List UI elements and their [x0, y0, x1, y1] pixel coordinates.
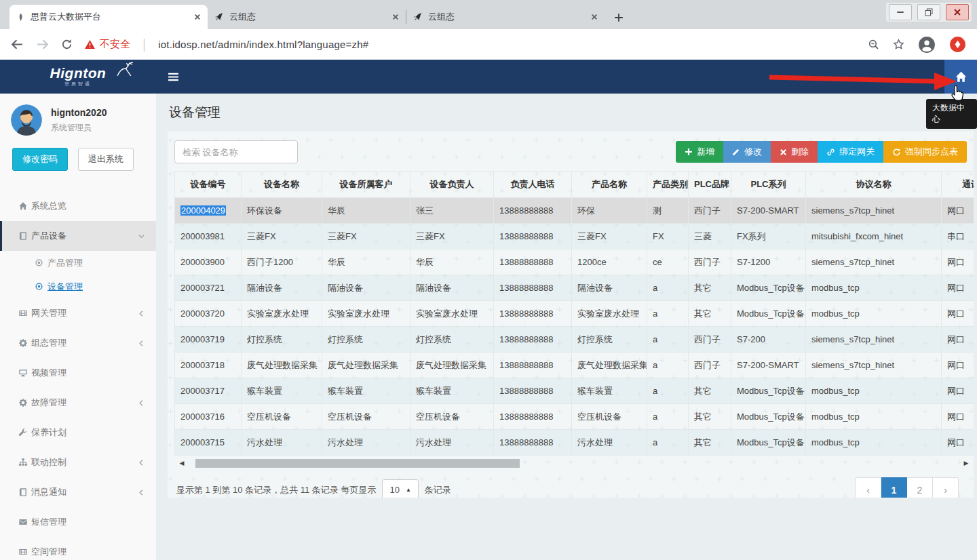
- table-row[interactable]: 200003900西门子1200华辰华辰138888888881200cece西…: [175, 249, 974, 275]
- table-cell[interactable]: mitsubishi_fxcom_hinet: [806, 224, 942, 249]
- logout-button[interactable]: 退出系统: [78, 148, 134, 171]
- table-cell[interactable]: 废气处理数据采集: [410, 353, 494, 378]
- table-row[interactable]: 200003719灯控系统灯控系统灯控系统13888888888灯控系统a西门子…: [175, 327, 974, 353]
- table-cell[interactable]: 猴车装置: [410, 378, 494, 404]
- table-row[interactable]: 200003717猴车装置猴车装置猴车装置13888888888猴车装置a其它M…: [175, 378, 974, 404]
- table-cell[interactable]: 13888888888: [494, 404, 572, 430]
- table-cell[interactable]: 三菱FX: [322, 224, 410, 249]
- table-cell[interactable]: 华辰: [410, 249, 494, 275]
- table-cell[interactable]: 网口: [942, 249, 974, 275]
- table-cell[interactable]: 猴车装置: [242, 378, 322, 404]
- table-cell[interactable]: 华辰: [322, 198, 410, 224]
- table-cell[interactable]: 1200ce: [572, 249, 647, 275]
- table-cell[interactable]: 废气处理数据采集: [242, 353, 322, 378]
- table-cell[interactable]: modbus_tcp: [806, 404, 942, 430]
- minimize-button[interactable]: [889, 4, 912, 20]
- sidebar-item-fault-management[interactable]: 故障管理: [0, 388, 156, 418]
- forward-icon[interactable]: [36, 39, 49, 50]
- table-cell[interactable]: 网口: [942, 275, 974, 301]
- table-row[interactable]: 200003720实验室废水处理实验室废水处理实验室废水处理1388888888…: [175, 301, 974, 327]
- security-chip[interactable]: 不安全: [85, 38, 130, 51]
- table-cell[interactable]: 空压机设备: [572, 404, 647, 430]
- sidebar-item-gateway-management[interactable]: 网关管理: [0, 298, 156, 328]
- table-cell[interactable]: 网口: [942, 301, 974, 327]
- restore-button[interactable]: [917, 4, 940, 20]
- browser-tab[interactable]: 思普云大数据平台: [9, 5, 208, 29]
- sidebar-item-product-device[interactable]: 产品设备: [0, 221, 156, 251]
- delete-button[interactable]: 删除: [771, 141, 818, 163]
- table-cell[interactable]: 实验室废水处理: [242, 301, 322, 327]
- table-cell[interactable]: modbus_tcp: [806, 301, 942, 327]
- table-cell[interactable]: 测: [647, 198, 689, 224]
- page-2-button[interactable]: 2: [907, 477, 933, 498]
- table-cell[interactable]: 13888888888: [494, 353, 572, 378]
- scroll-left-icon[interactable]: ◀: [176, 458, 187, 468]
- table-cell[interactable]: 三菱FX: [410, 224, 494, 249]
- table-cell[interactable]: Modbus_Tcp设备: [731, 301, 806, 327]
- table-cell[interactable]: 200003719: [175, 327, 242, 353]
- tab-close-icon[interactable]: [591, 14, 598, 20]
- add-button[interactable]: 新增: [676, 141, 723, 163]
- browser-menu-icon[interactable]: [949, 36, 966, 53]
- table-row[interactable]: 200003716空压机设备空压机设备空压机设备13888888888空压机设备…: [175, 404, 974, 430]
- table-cell[interactable]: 网口: [942, 404, 974, 430]
- table-row[interactable]: 200003981三菱FX三菱FX三菱FX13888888888三菱FXFX三菱…: [175, 224, 974, 249]
- sidebar-item-maintenance-plan[interactable]: 保养计划: [0, 418, 156, 447]
- table-row[interactable]: 200003721隔油设备隔油设备隔油设备13888888888隔油设备a其它M…: [175, 275, 974, 301]
- table-cell[interactable]: Modbus_Tcp设备: [731, 404, 806, 430]
- table-cell[interactable]: modbus_tcp: [806, 275, 942, 301]
- table-cell[interactable]: 网口: [942, 198, 974, 224]
- sidebar-item-product-management[interactable]: 产品管理: [0, 251, 156, 275]
- table-cell[interactable]: 13888888888: [494, 378, 572, 404]
- table-cell[interactable]: 13888888888: [494, 224, 572, 249]
- table-cell[interactable]: 西门子: [689, 353, 731, 378]
- table-cell[interactable]: 串口: [942, 224, 974, 249]
- table-cell[interactable]: 实验室废水处理: [572, 301, 647, 327]
- table-cell[interactable]: FX: [647, 224, 689, 249]
- table-cell[interactable]: 200003716: [175, 404, 242, 430]
- scrollbar-track[interactable]: [187, 458, 961, 468]
- table-cell[interactable]: 灯控系统: [322, 327, 410, 353]
- edit-button[interactable]: 修改: [723, 141, 771, 163]
- horizontal-scrollbar[interactable]: ◀ ▶: [174, 458, 974, 468]
- table-cell[interactable]: 西门子: [689, 249, 731, 275]
- table-cell[interactable]: 隔油设备: [322, 275, 410, 301]
- browser-tab[interactable]: 云组态: [406, 5, 605, 29]
- table-cell[interactable]: 13888888888: [494, 275, 572, 301]
- table-cell[interactable]: S7-1200: [731, 249, 806, 275]
- table-cell[interactable]: 华辰: [322, 249, 410, 275]
- table-cell[interactable]: 西门子: [689, 327, 731, 353]
- sidebar-item-scada-management[interactable]: 组态管理: [0, 328, 156, 358]
- table-cell[interactable]: 其它: [689, 430, 731, 456]
- table-cell[interactable]: 200003721: [175, 275, 242, 301]
- table-cell[interactable]: a: [647, 275, 689, 301]
- table-cell[interactable]: modbus_tcp: [806, 430, 942, 456]
- home-button[interactable]: [944, 60, 977, 94]
- table-cell[interactable]: 其它: [689, 404, 731, 430]
- table-cell[interactable]: S7-200-SMART: [731, 198, 806, 224]
- table-cell[interactable]: 13888888888: [494, 327, 572, 353]
- table-cell[interactable]: 环保: [572, 198, 647, 224]
- sidebar-item-device-management[interactable]: 设备管理: [0, 275, 156, 298]
- tab-close-icon[interactable]: [194, 14, 201, 20]
- table-cell[interactable]: a: [647, 404, 689, 430]
- search-input[interactable]: [174, 140, 298, 163]
- table-cell[interactable]: Modbus_Tcp设备: [731, 430, 806, 456]
- table-cell[interactable]: 三菱FX: [572, 224, 647, 249]
- table-cell[interactable]: 200003715: [175, 430, 242, 456]
- table-cell[interactable]: S7-200-SMART: [731, 353, 806, 378]
- table-cell[interactable]: 其它: [689, 275, 731, 301]
- scrollbar-thumb[interactable]: [195, 459, 520, 468]
- table-cell[interactable]: Modbus_Tcp设备: [731, 275, 806, 301]
- prev-page-button[interactable]: ‹: [855, 477, 881, 498]
- sidebar-item-overview[interactable]: 系统总览: [0, 191, 156, 221]
- table-cell[interactable]: 网口: [942, 430, 974, 456]
- profile-icon[interactable]: [918, 36, 936, 54]
- table-cell[interactable]: 13888888888: [494, 301, 572, 327]
- table-cell[interactable]: 灯控系统: [572, 327, 647, 353]
- table-cell[interactable]: 空压机设备: [242, 404, 322, 430]
- table-cell[interactable]: 200003718: [175, 353, 242, 378]
- table-row[interactable]: 200003715污水处理污水处理污水处理13888888888污水处理a其它M…: [175, 430, 974, 456]
- table-cell[interactable]: 隔油设备: [410, 275, 494, 301]
- table-cell[interactable]: 隔油设备: [242, 275, 322, 301]
